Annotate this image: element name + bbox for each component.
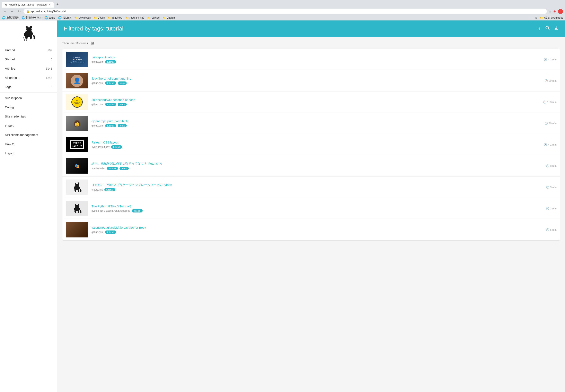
sidebar-item-logout[interactable]: Logout	[0, 149, 57, 158]
bookmark-books[interactable]: 📁 Books	[94, 16, 105, 19]
tab-close-button[interactable]: ✕	[48, 3, 51, 6]
article-title[interactable]: はじめに – WebアプリケーションフレームワークのPython	[92, 183, 543, 187]
bookmark-service-label: Service	[152, 16, 160, 19]
tag-badge-tutorial[interactable]: tutorial	[107, 167, 118, 170]
bookmarks-overflow-button[interactable]: »	[535, 16, 537, 19]
tag-badge-meta[interactable]: meta	[118, 103, 127, 106]
bookmark-miniflux[interactable]: 🌐 新增到Miniflux	[22, 16, 41, 19]
sidebar-item-subscription[interactable]: Subscription	[0, 93, 57, 103]
main-content: Filtered by tags: tutorial +	[57, 20, 565, 392]
article-meta: c-bata.link tutorial	[92, 188, 543, 191]
article-domain: python-gtk-3-tutorial.readthedocs.io	[92, 210, 130, 212]
sidebar-item-api-clients[interactable]: API clients management	[0, 130, 57, 140]
bookmark-service[interactable]: 📁 Service	[147, 16, 160, 19]
sidebar-tags-label: Tags	[5, 85, 12, 89]
article-title[interactable]: valentinogagliardi/Little-JavaScript-Boo…	[92, 226, 543, 229]
tag-badge-tutorial[interactable]: tutorial	[105, 124, 116, 127]
svg-line-9	[548, 29, 550, 30]
article-title[interactable]: The Python GTK+ 3 Tutorial¶	[92, 205, 543, 208]
article-time: 🕐 < 1 min	[544, 58, 557, 61]
article-title[interactable]: uribo/practical-ds	[92, 56, 540, 59]
tag-badge[interactable]: tutorial	[105, 60, 116, 63]
bookmark-english[interactable]: 📁 English	[163, 16, 175, 19]
tag-badge-tutorial[interactable]: tutorial	[105, 103, 116, 106]
article-meta: every-layout.dev tutorial	[92, 145, 540, 149]
address-bar[interactable]: 🔒 app.wallabag.it/tag/list/tutorial	[24, 9, 547, 14]
article-title[interactable]: jlevy/the-art-of-command-line	[92, 77, 541, 80]
extensions-icon[interactable]: ✦	[553, 9, 556, 14]
article-list: Practical Data Science http://bit.ly/pra…	[62, 49, 560, 240]
sidebar-starred-label: Starred	[5, 57, 15, 61]
bookmark-programming-label: Programming	[130, 16, 144, 19]
article-title[interactable]: 30-seconds/30-seconds-of-code	[92, 98, 540, 101]
sidebar-item-site-credentials[interactable]: Site credentials	[0, 112, 57, 121]
article-domain: c-bata.link	[92, 188, 103, 191]
article-body: 30-seconds/30-seconds-of-code github.com…	[92, 98, 540, 106]
sidebar-item-starred[interactable]: Starred 6	[0, 55, 57, 64]
sidebar-item-config[interactable]: Config	[0, 103, 57, 112]
bookmark-programming[interactable]: 📁 Programming	[125, 16, 144, 19]
bookmark-other-label: Other bookmarks	[544, 16, 563, 19]
tag-badge-meta[interactable]: meta	[118, 124, 127, 127]
bookmark-tenshoku[interactable]: 📁 Tenshoku	[108, 16, 122, 19]
list-item: The Python GTK+ 3 Tutorial¶ python-gtk-3…	[62, 198, 560, 219]
article-time: 🕐 163 min	[543, 100, 557, 104]
bookmark-douban[interactable]: 🌐 推荐到豆瓣	[2, 16, 19, 19]
article-meta: github.com tutorial meta	[92, 124, 541, 127]
bookmark-folder4-icon: 📁	[125, 16, 129, 19]
profile-avatar[interactable]: U	[558, 9, 563, 14]
reload-button[interactable]: ↻	[17, 9, 22, 14]
article-meta: github.com tutorial meta	[92, 82, 541, 85]
bookmark-tldrify-label: TLDRify	[62, 16, 71, 19]
bookmark-bagit[interactable]: 🌐 bag it!	[44, 16, 55, 19]
sidebar-item-archive[interactable]: Archive 1141	[0, 64, 57, 73]
sidebar-unread-label: Unread	[5, 48, 15, 52]
list-item: EVERY LAYOUT Relearn CSS layout every-la…	[62, 134, 560, 155]
new-tab-button[interactable]: +	[55, 2, 60, 8]
bookmark-star-icon[interactable]: ☆	[548, 9, 551, 13]
tag-badge-meta[interactable]: meta	[120, 167, 128, 170]
article-title[interactable]: Relearn CSS layout	[92, 141, 540, 144]
sidebar-item-all-entries[interactable]: All entries 1243	[0, 73, 57, 82]
address-text: app.wallabag.it/tag/list/tutorial	[31, 10, 544, 13]
tag-badge-tutorial[interactable]: tutorial	[105, 82, 116, 85]
sidebar-item-tags[interactable]: Tags 6	[0, 82, 57, 92]
add-entry-button[interactable]: +	[538, 26, 541, 32]
back-button[interactable]: ←	[2, 9, 8, 14]
search-button[interactable]	[545, 26, 550, 31]
article-title[interactable]: dylanaraps/pure-bash-bible	[92, 119, 541, 123]
bookmark-other[interactable]: 📁 Other bookmarks	[540, 16, 563, 19]
sidebar-item-how-to[interactable]: How to	[0, 140, 57, 149]
forward-button[interactable]: →	[9, 9, 15, 14]
tab-title: Filtered by tags: tutorial – wallabag	[9, 3, 46, 6]
article-thumbnail: 👤	[66, 73, 88, 88]
clock-icon: 🕐	[544, 143, 547, 146]
tag-badge-tutorial[interactable]: tutorial	[104, 188, 115, 191]
grid-view-icon[interactable]: ⊞	[91, 41, 94, 45]
sidebar-item-import[interactable]: Import	[0, 121, 57, 130]
list-item: はじめに – WebアプリケーションフレームワークのPython c-bata.…	[62, 177, 560, 198]
article-meta: futurismo.biz tutorial meta	[92, 167, 543, 170]
bookmark-downloads[interactable]: 📁 Downloads	[74, 16, 91, 19]
list-item: valentinogagliardi/Little-JavaScript-Boo…	[62, 219, 560, 240]
browser-tab-active[interactable]: W Filtered by tags: tutorial – wallabag …	[2, 2, 54, 8]
bookmark-english-label: English	[167, 16, 175, 19]
article-domain: github.com	[92, 103, 104, 106]
bookmark-folder1-icon: 📁	[74, 16, 78, 19]
bookmark-other-icon: 📁	[540, 16, 543, 19]
tag-badge-tutorial[interactable]: tutorial	[111, 145, 122, 149]
sidebar-unread-count: 102	[47, 49, 52, 52]
article-meta: github.com tutorial meta	[92, 103, 540, 106]
article-meta: python-gtk-3-tutorial.readthedocs.io tut…	[92, 209, 543, 212]
bookmark-tldrify[interactable]: 🌐 TLDRify	[58, 16, 71, 19]
sidebar-starred-count: 6	[51, 58, 52, 61]
sidebar-item-unread[interactable]: Unread 102	[0, 45, 57, 55]
article-title[interactable]: 結局、機械学習に必要な数学ってなに？| Futurismo	[92, 162, 543, 166]
tag-badge-tutorial[interactable]: tutorial	[105, 230, 116, 234]
article-thumbnail: EVERY LAYOUT	[66, 137, 88, 152]
tag-badge-meta[interactable]: meta	[118, 82, 127, 85]
bookmark-downloads-label: Downloads	[79, 16, 91, 19]
download-button[interactable]	[554, 26, 558, 31]
tag-badge-tutorial[interactable]: tutorial	[132, 209, 143, 212]
content-area: There are 12 entries. ⊞ Practical Data S…	[57, 37, 565, 245]
